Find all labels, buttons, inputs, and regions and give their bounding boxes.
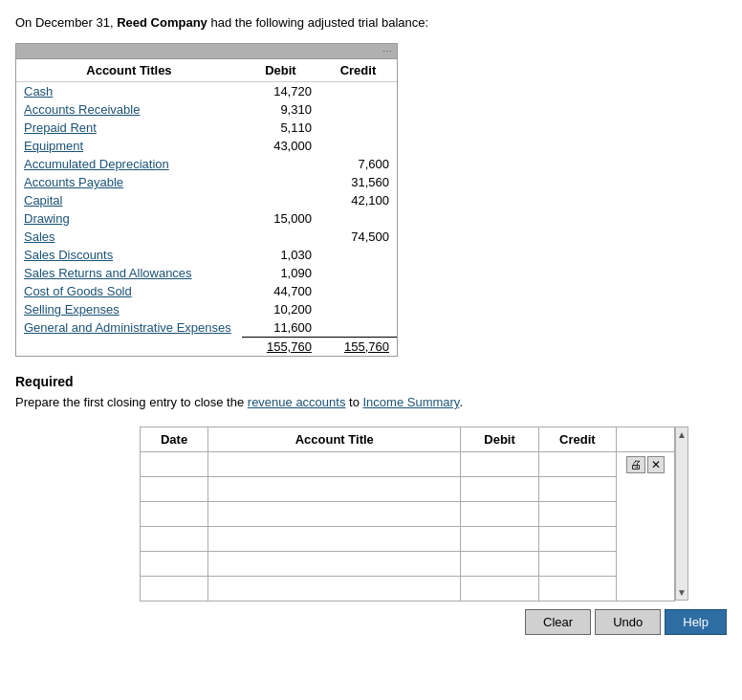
tb-account-name[interactable]: General and Administrative Expenses: [16, 318, 242, 338]
tb-credit-value: 42,100: [319, 191, 397, 209]
clear-button[interactable]: Clear: [525, 609, 591, 635]
journal-debit-cell[interactable]: [461, 502, 538, 527]
tb-credit-value: [319, 119, 397, 137]
journal-credit-cell[interactable]: [538, 477, 616, 502]
table-row: Accumulated Depreciation7,600: [16, 155, 397, 173]
tb-account-name[interactable]: Capital: [16, 191, 242, 209]
tb-account-name[interactable]: Sales Discounts: [16, 246, 242, 264]
tb-account-name[interactable]: Selling Expenses: [16, 300, 242, 318]
tb-debit-value: 43,000: [242, 137, 319, 155]
tb-debit-value: 5,110: [242, 119, 319, 137]
journal-debit-cell[interactable]: [461, 577, 538, 602]
table-row: [141, 577, 675, 602]
revenue-accounts-link[interactable]: revenue accounts: [248, 395, 346, 409]
help-button[interactable]: Help: [665, 609, 727, 635]
journal-debit-cell[interactable]: [461, 477, 538, 502]
journal-credit-cell[interactable]: [538, 452, 616, 477]
tb-total-debit: 155,760: [242, 338, 319, 357]
tb-debit-value: [242, 173, 319, 191]
journal-credit-cell[interactable]: [538, 577, 616, 602]
scrollbar-track[interactable]: ▲ ▼: [675, 427, 688, 601]
tb-account-name[interactable]: Accumulated Depreciation: [16, 155, 242, 173]
journal-credit-cell[interactable]: [538, 527, 616, 552]
tb-credit-value: [319, 209, 397, 228]
header-dots: ⋯: [382, 46, 393, 56]
table-row: [141, 502, 675, 527]
table-row: Equipment43,000: [16, 137, 397, 155]
journal-debit-cell[interactable]: [461, 527, 538, 552]
journal-account-cell[interactable]: [208, 552, 461, 577]
journal-date-cell[interactable]: [141, 527, 208, 552]
tb-debit-value: [242, 155, 319, 173]
journal-wrapper: Date Account Title Debit Credit 🖨: [140, 427, 727, 635]
journal-col-date: Date: [141, 427, 208, 452]
journal-account-cell[interactable]: [208, 477, 461, 502]
journal-scroll-area: Date Account Title Debit Credit 🖨: [140, 427, 727, 602]
journal-col-actions: [616, 427, 674, 452]
tb-credit-value: [319, 264, 397, 282]
undo-button[interactable]: Undo: [595, 609, 661, 635]
scroll-up-arrow[interactable]: ▲: [677, 429, 687, 440]
tb-debit-value: 15,000: [242, 209, 319, 228]
tb-debit-value: 44,700: [242, 282, 319, 300]
journal-actions-cell: 🖨 ✕: [616, 452, 674, 602]
tb-debit-value: 11,600: [242, 318, 319, 338]
tb-total-label: [16, 338, 242, 357]
table-row: Drawing15,000: [16, 209, 397, 228]
tb-account-name[interactable]: Drawing: [16, 209, 242, 228]
table-row: Cost of Goods Sold44,700: [16, 282, 397, 300]
journal-debit-cell[interactable]: [461, 452, 538, 477]
journal-date-cell[interactable]: [141, 477, 208, 502]
scroll-down-arrow[interactable]: ▼: [677, 587, 687, 598]
tb-account-name[interactable]: Cash: [16, 82, 242, 101]
journal-table: Date Account Title Debit Credit 🖨: [140, 427, 675, 602]
tb-account-name[interactable]: Sales: [16, 228, 242, 246]
tb-credit-value: 7,600: [319, 155, 397, 173]
tb-account-name[interactable]: Sales Returns and Allowances: [16, 264, 242, 282]
intro-paragraph: On December 31, Reed Company had the fol…: [15, 15, 727, 30]
journal-date-cell[interactable]: [141, 552, 208, 577]
tb-debit-value: 1,090: [242, 264, 319, 282]
tb-col-credit: Credit: [319, 59, 397, 82]
income-summary-link[interactable]: Income Summary: [363, 395, 460, 409]
journal-col-account: Account Title: [208, 427, 461, 452]
tb-credit-value: [319, 137, 397, 155]
tb-col-debit: Debit: [242, 59, 319, 82]
tb-account-name[interactable]: Accounts Receivable: [16, 100, 242, 119]
trial-balance-wrapper: ⋯ Account Titles Debit Credit Cash14,720…: [15, 43, 398, 357]
table-row: [141, 477, 675, 502]
tb-account-name[interactable]: Accounts Payable: [16, 173, 242, 191]
tb-credit-value: [319, 318, 397, 338]
journal-credit-cell[interactable]: [538, 552, 616, 577]
add-row-icon[interactable]: 🖨: [626, 456, 645, 473]
journal-date-cell[interactable]: [141, 452, 208, 477]
tb-credit-value: 74,500: [319, 228, 397, 246]
journal-credit-cell[interactable]: [538, 502, 616, 527]
journal-account-cell[interactable]: [208, 527, 461, 552]
tb-credit-value: [319, 246, 397, 264]
tb-debit-value: [242, 191, 319, 209]
delete-row-icon[interactable]: ✕: [647, 456, 665, 473]
journal-account-cell[interactable]: [208, 502, 461, 527]
journal-account-cell[interactable]: [208, 577, 461, 602]
journal-col-debit: Debit: [461, 427, 538, 452]
tb-credit-value: [319, 282, 397, 300]
action-icons: 🖨 ✕: [621, 456, 670, 473]
tb-debit-value: [242, 228, 319, 246]
table-row: Cash14,720: [16, 82, 397, 101]
tb-account-name[interactable]: Cost of Goods Sold: [16, 282, 242, 300]
tb-debit-value: 14,720: [242, 82, 319, 101]
tb-account-name[interactable]: Equipment: [16, 137, 242, 155]
journal-date-cell[interactable]: [141, 502, 208, 527]
table-row: Sales74,500: [16, 228, 397, 246]
table-row: Sales Returns and Allowances1,090: [16, 264, 397, 282]
table-row: [141, 527, 675, 552]
journal-debit-cell[interactable]: [461, 552, 538, 577]
required-heading: Required: [15, 374, 727, 389]
tb-debit-value: 9,310: [242, 100, 319, 119]
journal-date-cell[interactable]: [141, 577, 208, 602]
tb-account-name[interactable]: Prepaid Rent: [16, 119, 242, 137]
tb-credit-value: [319, 82, 397, 101]
journal-account-cell[interactable]: [208, 452, 461, 477]
table-row: Selling Expenses10,200: [16, 300, 397, 318]
